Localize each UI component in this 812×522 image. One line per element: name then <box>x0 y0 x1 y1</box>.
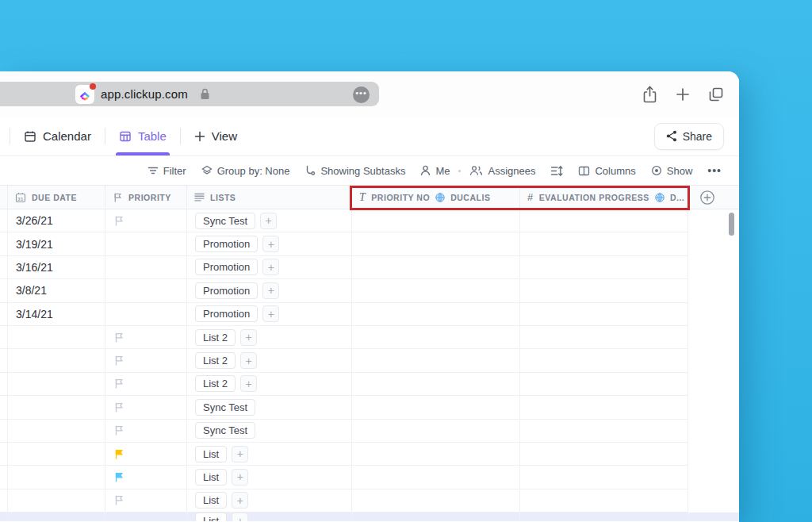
priority-cell[interactable] <box>105 489 187 512</box>
columns-button[interactable]: Columns <box>578 165 635 177</box>
priority-no-cell[interactable] <box>352 420 520 443</box>
evaluation-progress-cell[interactable] <box>520 489 688 512</box>
priority-cell[interactable] <box>105 279 187 302</box>
priority-cell[interactable] <box>105 209 187 232</box>
list-tag[interactable]: List <box>195 492 227 509</box>
priority-no-cell[interactable] <box>352 232 520 255</box>
assignees-button[interactable]: Assignees <box>469 165 535 177</box>
priority-cell[interactable] <box>105 466 187 489</box>
due-date-cell[interactable] <box>8 349 105 372</box>
due-date-cell[interactable] <box>8 489 105 512</box>
share-export-icon[interactable] <box>642 86 657 103</box>
share-button[interactable]: Share <box>654 123 724 150</box>
add-tag-button[interactable]: + <box>232 492 248 509</box>
sort-button[interactable] <box>550 165 563 177</box>
lists-cell[interactable]: List 2 + <box>187 373 352 396</box>
due-date-cell[interactable]: 3/14/21 <box>8 303 105 326</box>
priority-cell[interactable] <box>105 443 187 466</box>
evaluation-progress-cell[interactable] <box>520 373 688 396</box>
priority-cell[interactable] <box>105 373 187 396</box>
more-options-button[interactable]: ••• <box>707 164 722 177</box>
tab-overview-icon[interactable] <box>708 86 724 102</box>
address-bar[interactable]: app.clickup.com ••• <box>0 82 379 106</box>
show-button[interactable]: Show <box>651 165 693 177</box>
due-date-cell[interactable] <box>8 443 105 466</box>
list-tag[interactable]: List 2 <box>195 329 236 346</box>
evaluation-progress-cell[interactable] <box>520 326 688 349</box>
filter-button[interactable]: Filter <box>147 165 186 177</box>
priority-no-cell[interactable] <box>352 279 520 302</box>
me-filter-button[interactable]: Me <box>420 165 450 177</box>
priority-cell[interactable] <box>105 349 187 372</box>
list-tag[interactable]: Promotion <box>195 282 258 299</box>
priority-no-cell[interactable] <box>352 443 520 466</box>
priority-no-cell[interactable] <box>352 256 520 279</box>
priority-cell[interactable] <box>105 396 187 419</box>
evaluation-progress-cell[interactable] <box>520 349 688 372</box>
priority-cell[interactable] <box>105 232 187 255</box>
column-header-priority-no[interactable]: T PRIORITY NO DUCALIS <box>352 186 520 209</box>
lists-cell[interactable]: Promotion + <box>187 303 352 326</box>
due-date-cell[interactable] <box>8 512 105 521</box>
evaluation-progress-cell[interactable] <box>520 279 688 302</box>
priority-cell[interactable] <box>105 420 187 443</box>
list-tag[interactable]: List 2 <box>195 352 236 369</box>
vertical-scrollbar-thumb[interactable] <box>729 213 734 236</box>
tab-calendar[interactable]: Calendar <box>10 117 105 155</box>
due-date-cell[interactable] <box>8 466 105 489</box>
tab-table[interactable]: Table <box>105 117 180 155</box>
lists-cell[interactable]: Promotion + <box>187 256 352 279</box>
list-tag[interactable]: Promotion <box>195 236 258 252</box>
due-date-cell[interactable] <box>8 396 105 419</box>
evaluation-progress-cell[interactable] <box>520 303 688 326</box>
lists-cell[interactable]: List 2 + <box>187 326 352 349</box>
priority-no-cell[interactable] <box>352 396 520 419</box>
lists-cell[interactable]: List + <box>187 512 352 521</box>
lists-cell[interactable]: Promotion + <box>187 279 352 302</box>
list-tag[interactable]: Sync Test <box>195 422 255 439</box>
subtasks-button[interactable]: Showing Subtasks <box>304 165 405 177</box>
list-tag[interactable]: Promotion <box>195 305 258 322</box>
lists-cell[interactable]: List + <box>187 466 352 489</box>
due-date-cell[interactable]: 3/8/21 <box>8 279 105 302</box>
list-tag[interactable]: Sync Test <box>195 399 255 416</box>
priority-cell[interactable] <box>105 326 187 349</box>
column-header-evaluation-progress[interactable]: # EVALUATION PROGRESS D... <box>520 186 688 209</box>
list-tag[interactable]: Sync Test <box>195 213 255 229</box>
evaluation-progress-cell[interactable] <box>520 232 688 255</box>
list-tag[interactable]: List <box>195 512 227 521</box>
add-tag-button[interactable]: + <box>262 282 279 299</box>
evaluation-progress-cell[interactable] <box>520 466 688 489</box>
due-date-cell[interactable] <box>8 326 105 349</box>
column-header-priority[interactable]: PRIORITY <box>105 186 187 209</box>
add-tag-button[interactable]: + <box>232 446 248 463</box>
lists-cell[interactable]: Sync Test + <box>187 420 352 443</box>
list-tag[interactable]: List 2 <box>195 375 236 392</box>
priority-cell[interactable] <box>105 303 187 326</box>
page-settings-button[interactable]: ••• <box>353 86 370 103</box>
priority-no-cell[interactable] <box>352 303 520 326</box>
due-date-cell[interactable] <box>8 420 105 443</box>
lists-cell[interactable]: List + <box>187 443 352 466</box>
evaluation-progress-cell[interactable] <box>520 443 688 466</box>
add-tag-button[interactable]: + <box>240 329 257 346</box>
priority-no-cell[interactable] <box>352 512 520 521</box>
list-tag[interactable]: List <box>195 446 227 463</box>
priority-no-cell[interactable] <box>352 209 520 232</box>
add-tag-button[interactable]: + <box>240 375 257 392</box>
add-tag-button[interactable]: + <box>262 259 279 275</box>
column-header-lists[interactable]: LISTS <box>187 186 352 209</box>
due-date-cell[interactable]: 3/19/21 <box>8 232 105 255</box>
add-tag-button[interactable]: + <box>260 213 277 229</box>
priority-cell[interactable] <box>105 512 187 521</box>
due-date-cell[interactable]: 3/26/21 <box>8 209 105 232</box>
evaluation-progress-cell[interactable] <box>520 396 688 419</box>
tab-add-view[interactable]: View <box>181 117 251 155</box>
add-tag-button[interactable]: + <box>232 469 248 486</box>
evaluation-progress-cell[interactable] <box>520 512 688 521</box>
new-tab-plus-icon[interactable] <box>676 87 690 102</box>
lists-cell[interactable]: Sync Test + <box>187 209 352 232</box>
evaluation-progress-cell[interactable] <box>520 256 688 279</box>
add-column-button[interactable] <box>699 190 715 205</box>
priority-cell[interactable] <box>105 256 187 279</box>
